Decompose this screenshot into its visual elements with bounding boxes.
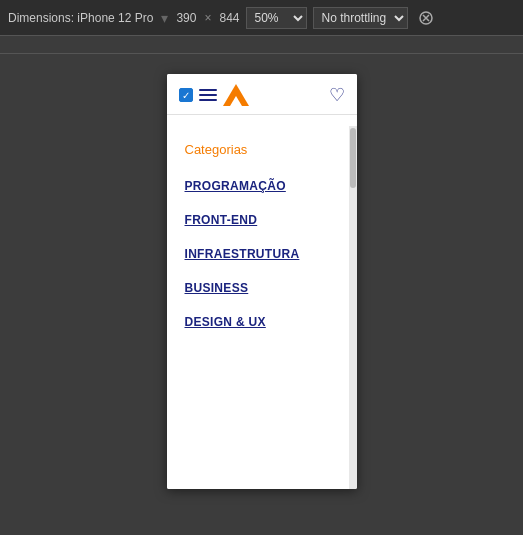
heart-icon[interactable]: ♡ <box>329 84 345 106</box>
checkbox[interactable]: ✓ <box>179 88 193 102</box>
phone-frame: ✓ ♡ Categorias PROGRAMAÇÃO FRONT-END INF… <box>167 74 357 489</box>
rotate-button[interactable] <box>414 8 438 28</box>
sep1: ▾ <box>159 10 170 26</box>
menu-item-business[interactable]: BUSINESS <box>167 271 327 305</box>
hamburger-line-2 <box>199 94 217 96</box>
menu-item-programacao[interactable]: PROGRAMAÇÃO <box>167 169 327 203</box>
sidebar-menu: Categorias PROGRAMAÇÃO FRONT-END INFRAES… <box>167 126 327 489</box>
devtools-toolbar: Dimensions: iPhone 12 Pro ▾ 390 × 844 50… <box>0 0 523 36</box>
dimensions-label: Dimensions: iPhone 12 Pro <box>8 11 153 25</box>
width-value: 390 <box>176 11 196 25</box>
ruler <box>0 36 523 54</box>
categories-label: Categorias <box>167 142 327 169</box>
hamburger-line-3 <box>199 99 217 101</box>
throttling-select[interactable]: No throttling Fast 3G Slow 3G <box>313 7 408 29</box>
main-area: ✓ ♡ Categorias PROGRAMAÇÃO FRONT-END INF… <box>0 54 523 535</box>
scrollbar-thumb[interactable] <box>350 128 356 188</box>
menu-item-infraestrutura[interactable]: INFRAESTRUTURA <box>167 237 327 271</box>
phone-header: ✓ ♡ <box>167 74 357 115</box>
menu-item-frontend[interactable]: FRONT-END <box>167 203 327 237</box>
header-left: ✓ <box>179 84 249 106</box>
zoom-select[interactable]: 50% 75% 100% <box>246 7 307 29</box>
scrollbar-area[interactable] <box>349 126 357 489</box>
menu-item-design-ux[interactable]: DESIGN & UX <box>167 305 327 339</box>
x-separator: × <box>202 11 213 25</box>
height-value: 844 <box>219 11 239 25</box>
logo-triangle-icon <box>223 84 249 106</box>
ruler-ticks <box>2 36 521 51</box>
hamburger-line-1 <box>199 89 217 91</box>
check-mark: ✓ <box>182 90 190 101</box>
hamburger-icon[interactable] <box>199 89 217 101</box>
